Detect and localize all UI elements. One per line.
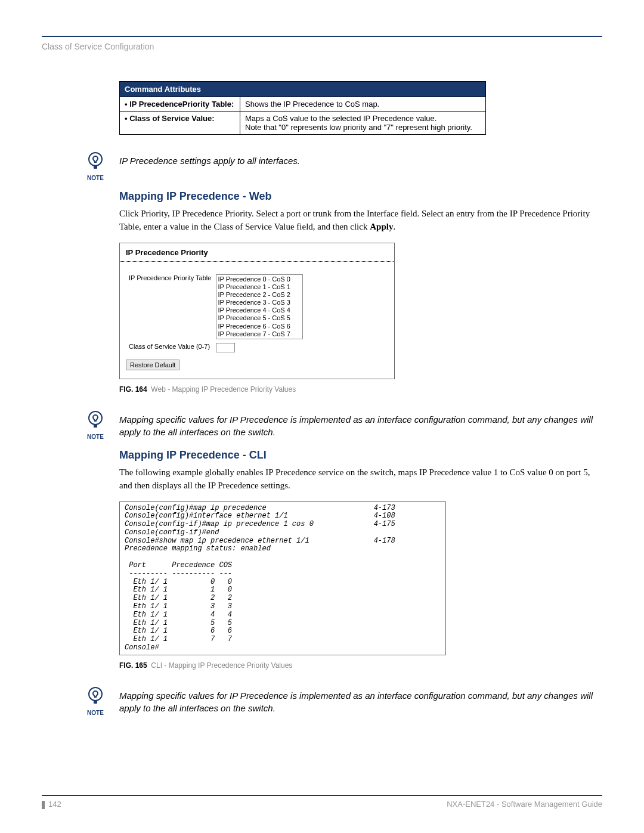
- svg-point-4: [89, 688, 102, 701]
- svg-rect-1: [94, 166, 97, 169]
- footer-doc-title: NXA-ENET24 - Software Management Guide: [447, 800, 602, 809]
- list-item[interactable]: IP Precedence 6 - CoS 6: [218, 323, 301, 330]
- list-item[interactable]: IP Precedence 4 - CoS 4: [218, 306, 301, 314]
- list-item[interactable]: IP Precedence 5 - CoS 5: [218, 314, 301, 322]
- svg-point-0: [89, 153, 102, 166]
- table-row: • IP PrecedencePriority Table: Shows the…: [120, 97, 486, 112]
- note-icon: NOTE: [72, 150, 119, 181]
- cmd-attr-desc: Maps a CoS value to the selected IP Prec…: [240, 112, 486, 135]
- page-number: 142: [42, 800, 61, 809]
- cli-output-box: Console(config)#map ip precedence 4-173 …: [119, 501, 446, 655]
- cos-value-input[interactable]: [216, 343, 235, 352]
- note-text: Mapping specific values for IP Precedenc…: [119, 685, 602, 714]
- note-icon: NOTE: [72, 408, 119, 440]
- figure-caption-164: FIG. 164 Web - Mapping IP Precedence Pri…: [119, 385, 602, 394]
- section-heading-web: Mapping IP Precedence - Web: [119, 190, 602, 203]
- ip-precedence-listbox[interactable]: IP Precedence 0 - CoS 0IP Precedence 1 -…: [216, 274, 303, 340]
- svg-rect-5: [94, 701, 97, 704]
- list-item[interactable]: IP Precedence 2 - CoS 2: [218, 291, 301, 299]
- list-item[interactable]: IP Precedence 7 - CoS 7: [218, 330, 301, 338]
- list-item[interactable]: IP Precedence 1 - CoS 1: [218, 283, 301, 291]
- cmd-attr-label: • Class of Service Value:: [120, 112, 240, 135]
- note-text: Mapping specific values for IP Precedenc…: [119, 408, 602, 438]
- section-body-web: Click Priority, IP Precedence Priority. …: [119, 208, 602, 234]
- note-text: IP Precedence settings apply to all inte…: [119, 150, 300, 167]
- cmd-attr-desc: Shows the IP Precedence to CoS map.: [240, 97, 486, 112]
- note-icon: NOTE: [72, 685, 119, 716]
- shot-label-priority-table: IP Precedence Priority Table: [127, 273, 213, 341]
- shot-label-cos-value: Class of Service Value (0-7): [127, 342, 213, 354]
- list-item[interactable]: IP Precedence 0 - CoS 0: [218, 275, 301, 283]
- section-body-cli: The following example globally enables I…: [119, 466, 602, 493]
- figure-caption-165: FIG. 165 CLI - Mapping IP Precedence Pri…: [119, 661, 602, 670]
- page-header: Class of Service Configuration: [42, 42, 602, 51]
- web-screenshot: IP Precedence Priority IP Precedence Pri…: [119, 243, 395, 380]
- restore-default-button[interactable]: Restore Default: [126, 360, 179, 370]
- svg-rect-3: [94, 425, 97, 428]
- section-heading-cli: Mapping IP Precedence - CLI: [119, 449, 602, 462]
- table-row: • Class of Service Value: Maps a CoS val…: [120, 112, 486, 135]
- cmd-attr-header: Command Attributes: [120, 82, 486, 97]
- command-attributes-table: Command Attributes • IP PrecedencePriori…: [119, 81, 486, 135]
- list-item[interactable]: IP Precedence 3 - CoS 3: [218, 299, 301, 306]
- cmd-attr-label: • IP PrecedencePriority Table:: [120, 97, 240, 112]
- svg-point-2: [89, 411, 102, 425]
